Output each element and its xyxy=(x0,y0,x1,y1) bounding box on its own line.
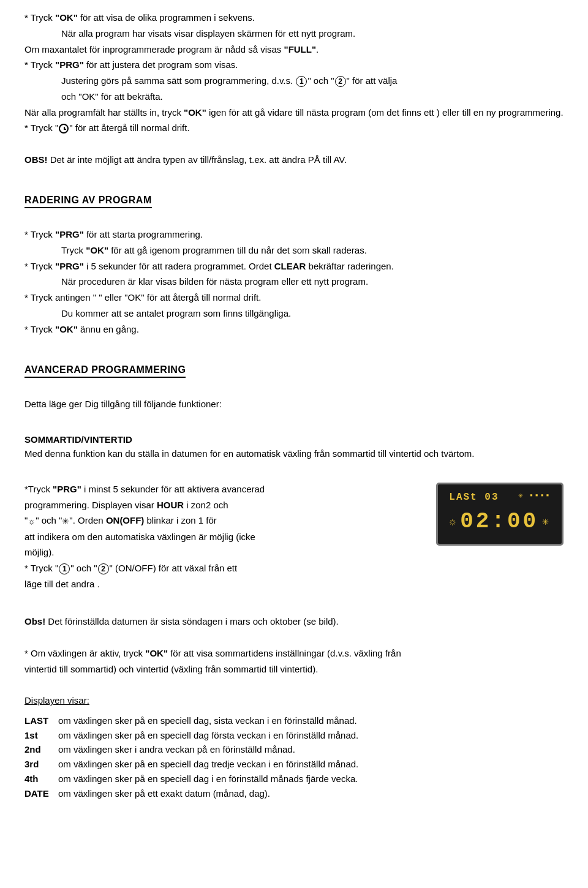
gear-icon-1: ✳ xyxy=(62,515,69,527)
avancerad-section: AVANCERAD PROGRAMMERING Detta läge ger D… xyxy=(24,354,564,800)
ok-bold-3: "OK" xyxy=(86,245,108,255)
circle-2-icon: 2 xyxy=(335,76,346,87)
display-line-5: möjlig). xyxy=(24,546,412,559)
radering-line-4: När proceduren är klar visas bilden för … xyxy=(24,275,564,288)
radering-line-1: * Tryck "PRG" för att starta programmeri… xyxy=(24,228,564,241)
display-line-3: "☼" och "✳". Orden ON(OFF) blinkar i zon… xyxy=(24,514,412,527)
radering-heading: RADERING AV PROGRAM xyxy=(24,193,152,208)
spacer-7 xyxy=(24,600,564,613)
table-row: 4th om växlingen sker på en speciell dag… xyxy=(24,772,564,786)
ok-bold-1: "OK" xyxy=(55,12,78,23)
ok-line-2: vintertid till sommartid) och vintertid … xyxy=(24,663,564,676)
page-content: * Tryck "OK" för att visa de olika progr… xyxy=(24,11,564,800)
line-prg-justera: * Tryck "PRG" för att justera det progra… xyxy=(24,58,564,72)
lcd-sun-icon: ☼ xyxy=(449,514,458,530)
obs-bold-2: Obs! xyxy=(24,616,45,626)
display-box-container: LASt 03 ✳ ▪▪▪▪ ☼ 02:00 ✳ xyxy=(430,483,564,546)
display-line-6: * Tryck "1" och "2" (ON/OFF) för att väx… xyxy=(24,562,412,575)
spacer-4 xyxy=(24,382,564,395)
ok-bold-2: "OK" xyxy=(184,107,206,118)
ok-bold-5: "OK" xyxy=(145,648,168,658)
spacer-6 xyxy=(24,463,564,476)
line-empty-1 xyxy=(24,137,564,151)
ok-bold-4: "OK" xyxy=(55,324,78,334)
spacer-5 xyxy=(24,413,564,427)
table-val-2nd: om växlingen sker i andra veckan på en f… xyxy=(58,742,564,757)
table-key-1st: 1st xyxy=(24,728,58,743)
obs-bold-1: OBS! xyxy=(24,154,48,165)
sun-icon-1: ☼ xyxy=(28,515,36,527)
display-line-4: att indikera om den automatiska växlinge… xyxy=(24,530,412,544)
spacer-3 xyxy=(24,338,564,352)
onoff-bold: ON(OFF) xyxy=(106,515,144,525)
line-programfalt: När alla programfält har ställts in, try… xyxy=(24,106,564,119)
prg-bold-1: "PRG" xyxy=(55,59,84,70)
line-ok-bekrafta: och "OK" för att bekräfta. xyxy=(24,90,564,103)
display-section: *Tryck "PRG" i minst 5 sekunder för att … xyxy=(24,483,564,593)
circle-1-icon: 1 xyxy=(296,76,307,87)
line-obs-1: OBS! Det är inte möjligt att ändra typen… xyxy=(24,153,564,167)
display-table: LAST om växlingen sker på en speciell da… xyxy=(24,713,564,801)
display-line-7: läge till det andra . xyxy=(24,578,412,591)
table-key-3rd: 3rd xyxy=(24,757,58,772)
spacer-9 xyxy=(24,678,564,691)
radering-line-2: Tryck "OK" för att gå igenom programmen … xyxy=(24,244,564,257)
prg-bold-2: "PRG" xyxy=(55,229,84,239)
display-visar-label: Displayen visar: xyxy=(24,694,564,707)
table-row: DATE om växlingen sker på ett exakt datu… xyxy=(24,786,564,801)
spacer-2 xyxy=(24,212,564,225)
display-text: *Tryck "PRG" i minst 5 sekunder för att … xyxy=(24,483,412,593)
spacer-8 xyxy=(24,631,564,644)
prg-bold-4: "PRG" xyxy=(53,484,81,494)
radering-line-3: * Tryck "PRG" i 5 sekunder för att rader… xyxy=(24,260,564,273)
line-justering: Justering görs på samma sätt som program… xyxy=(24,74,564,88)
display-line-2: programmering. Displayen visar HOUR i zo… xyxy=(24,499,412,512)
ok-line-1: * Om växlingen är aktiv, tryck "OK" för … xyxy=(24,647,564,660)
table-val-date: om växlingen sker på ett exakt datum (må… xyxy=(58,786,564,801)
radering-line-5: * Tryck antingen " " eller "OK" för att … xyxy=(24,291,564,304)
line-full: Om maxantalet för inprogrammerade progra… xyxy=(24,43,564,56)
lcd-top-row: LASt 03 ✳ ▪▪▪▪ xyxy=(449,491,551,505)
table-row: 3rd om växlingen sker på en speciell dag… xyxy=(24,757,564,772)
intro-section: * Tryck "OK" för att visa de olika progr… xyxy=(24,11,564,167)
radering-line-6: Du kommer att se antalet program som fin… xyxy=(24,307,564,320)
lcd-last-label: LASt 03 xyxy=(449,491,499,505)
table-val-3rd: om växlingen sker på en speciell dag tre… xyxy=(58,757,564,772)
table-key-last: LAST xyxy=(24,713,58,728)
table-val-4th: om växlingen sker på en speciell dag i e… xyxy=(58,772,564,786)
table-key-2nd: 2nd xyxy=(24,742,58,757)
table-row: 1st om växlingen sker på en speciell dag… xyxy=(24,728,564,743)
lcd-time-display: 02:00 xyxy=(460,506,538,538)
radering-line-7: * Tryck "OK" ännu en gång. xyxy=(24,323,564,336)
line-alla-program: När alla program har visats visar displa… xyxy=(24,27,564,40)
lcd-gear-icon: ✳ xyxy=(542,514,551,530)
spacer-1 xyxy=(24,169,564,182)
lcd-display: LASt 03 ✳ ▪▪▪▪ ☼ 02:00 ✳ xyxy=(436,483,564,546)
table-row: 2nd om växlingen sker i andra veckan på … xyxy=(24,742,564,757)
full-bold: "FULL" xyxy=(284,44,317,55)
table-row: LAST om växlingen sker på en speciell da… xyxy=(24,713,564,728)
table-val-1st: om växlingen sker på en speciell dag för… xyxy=(58,728,564,743)
hour-bold: HOUR xyxy=(157,500,184,510)
prg-bold-3: "PRG" xyxy=(55,261,84,271)
line-ok-visa: * Tryck "OK" för att visa de olika progr… xyxy=(24,11,564,24)
table-key-date: DATE xyxy=(24,786,58,801)
clear-bold: CLEAR xyxy=(274,261,306,271)
line-clock-atergå: * Tryck "" för att återgå till normal dr… xyxy=(24,121,564,135)
lcd-icons-right: ✳ ▪▪▪▪ xyxy=(518,491,551,505)
clock-icon xyxy=(59,124,69,134)
sommartid-desc: Med denna funktion kan du ställa in datu… xyxy=(24,447,564,461)
display-visar-section: Displayen visar: LAST om växlingen sker … xyxy=(24,694,564,800)
table-val-last: om växlingen sker på en speciell dag, si… xyxy=(58,713,564,728)
radering-section: RADERING AV PROGRAM * Tryck "PRG" för at… xyxy=(24,184,564,336)
table-key-4th: 4th xyxy=(24,772,58,786)
display-line-1: *Tryck "PRG" i minst 5 sekunder för att … xyxy=(24,483,412,496)
obs-line: Obs! Det förinställda datumen är sista s… xyxy=(24,615,564,628)
avancerad-heading: AVANCERAD PROGRAMMERING xyxy=(24,363,186,378)
circle-1b-icon: 1 xyxy=(59,563,70,574)
avancerad-intro: Detta läge ger Dig tillgång till följand… xyxy=(24,397,564,411)
circle-2b-icon: 2 xyxy=(98,563,109,574)
sommartid-heading: SOMMARTID/VINTERTID xyxy=(24,433,564,446)
